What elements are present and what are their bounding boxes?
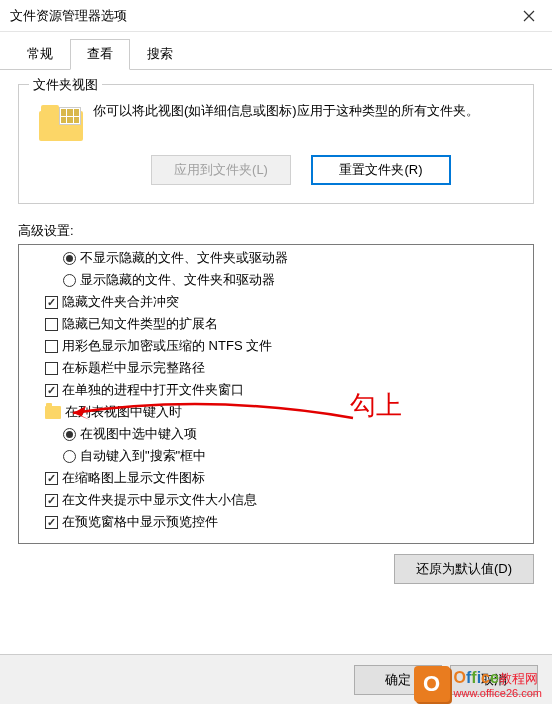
folder-views-desc: 你可以将此视图(如详细信息或图标)应用于这种类型的所有文件夹。 <box>93 99 519 121</box>
setting-item[interactable]: 隐藏已知文件类型的扩展名 <box>23 313 529 335</box>
restore-defaults-button[interactable]: 还原为默认值(D) <box>394 554 534 584</box>
advanced-settings-label: 高级设置: <box>18 222 534 240</box>
setting-item[interactable]: 用彩色显示加密或压缩的 NTFS 文件 <box>23 335 529 357</box>
radio-control[interactable] <box>63 450 76 463</box>
setting-item[interactable]: 在预览窗格中显示预览控件 <box>23 511 529 533</box>
setting-label: 显示隐藏的文件、文件夹和驱动器 <box>80 270 275 290</box>
checkbox-control[interactable] <box>45 340 58 353</box>
setting-label: 隐藏文件夹合并冲突 <box>62 292 179 312</box>
setting-label: 在标题栏中显示完整路径 <box>62 358 205 378</box>
setting-label: 在单独的进程中打开文件夹窗口 <box>62 380 244 400</box>
setting-item[interactable]: 不显示隐藏的文件、文件夹或驱动器 <box>23 247 529 269</box>
setting-item[interactable]: 在单独的进程中打开文件夹窗口 <box>23 379 529 401</box>
setting-item[interactable]: 在文件夹提示中显示文件大小信息 <box>23 489 529 511</box>
radio-control[interactable] <box>63 428 76 441</box>
close-icon <box>523 10 535 22</box>
setting-label: 在视图中选中键入项 <box>80 424 197 444</box>
setting-label: 在缩略图上显示文件图标 <box>62 468 205 488</box>
setting-label: 在文件夹提示中显示文件大小信息 <box>62 490 257 510</box>
setting-item[interactable]: 在标题栏中显示完整路径 <box>23 357 529 379</box>
checkbox-control[interactable] <box>45 296 58 309</box>
office-logo-overlay: O Office教程网 www.office26.com <box>414 666 542 702</box>
tab-search[interactable]: 搜索 <box>130 39 190 70</box>
checkbox-control[interactable] <box>45 472 58 485</box>
office-logo-icon: O <box>414 666 450 702</box>
checkbox-control[interactable] <box>45 362 58 375</box>
reset-folders-button[interactable]: 重置文件夹(R) <box>311 155 451 185</box>
advanced-settings-panel[interactable]: 不显示隐藏的文件、文件夹或驱动器显示隐藏的文件、文件夹和驱动器隐藏文件夹合并冲突… <box>18 244 534 544</box>
setting-label: 隐藏已知文件类型的扩展名 <box>62 314 218 334</box>
setting-label: 在预览窗格中显示预览控件 <box>62 512 218 532</box>
checkbox-control[interactable] <box>45 516 58 529</box>
setting-item[interactable]: 在缩略图上显示文件图标 <box>23 467 529 489</box>
group-title: 文件夹视图 <box>29 76 102 94</box>
checkbox-control[interactable] <box>45 318 58 331</box>
apply-to-folders-button: 应用到文件夹(L) <box>151 155 291 185</box>
window-title: 文件资源管理器选项 <box>10 7 506 25</box>
title-bar: 文件资源管理器选项 <box>0 0 552 32</box>
checkbox-control[interactable] <box>45 384 58 397</box>
radio-control[interactable] <box>63 274 76 287</box>
radio-control[interactable] <box>63 252 76 265</box>
checkbox-control[interactable] <box>45 494 58 507</box>
folder-icon <box>45 406 61 419</box>
setting-label: 不显示隐藏的文件、文件夹或驱动器 <box>80 248 288 268</box>
folder-views-icon <box>39 103 83 141</box>
tab-strip: 常规 查看 搜索 <box>0 32 552 70</box>
setting-label: 自动键入到"搜索"框中 <box>80 446 206 466</box>
setting-item[interactable]: 隐藏文件夹合并冲突 <box>23 291 529 313</box>
tab-content: 文件夹视图 你可以将此视图(如详细信息或图标)应用于这种类型的所有文件夹。 应用… <box>0 70 552 594</box>
tab-general[interactable]: 常规 <box>10 39 70 70</box>
tab-view[interactable]: 查看 <box>70 39 130 70</box>
folder-views-group: 文件夹视图 你可以将此视图(如详细信息或图标)应用于这种类型的所有文件夹。 应用… <box>18 84 534 204</box>
office-logo-text: Office教程网 www.office26.com <box>454 669 542 699</box>
setting-item[interactable]: 在列表视图中键入时 <box>23 401 529 423</box>
setting-label: 在列表视图中键入时 <box>65 402 182 422</box>
setting-item[interactable]: 显示隐藏的文件、文件夹和驱动器 <box>23 269 529 291</box>
setting-item[interactable]: 自动键入到"搜索"框中 <box>23 445 529 467</box>
setting-label: 用彩色显示加密或压缩的 NTFS 文件 <box>62 336 272 356</box>
setting-item[interactable]: 在视图中选中键入项 <box>23 423 529 445</box>
close-button[interactable] <box>506 0 552 32</box>
